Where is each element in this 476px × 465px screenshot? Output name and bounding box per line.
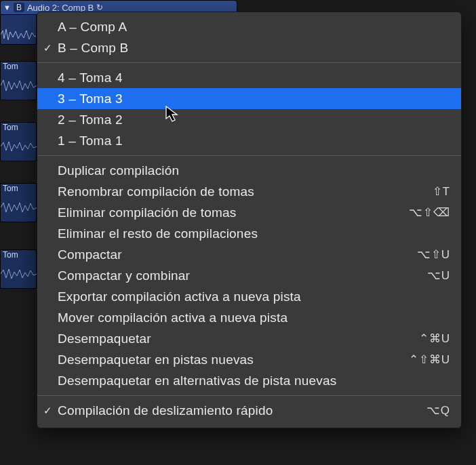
- comp-badge[interactable]: B: [14, 3, 24, 12]
- menu-item-label: Renombrar compilación de tomas: [58, 184, 433, 199]
- menu-item-delete-comp[interactable]: Eliminar compilación de tomas ⌥⇧⌫: [37, 202, 461, 223]
- menu-separator: [37, 395, 461, 396]
- menu-item-move-active-comp[interactable]: Mover compilación activa a nueva pista: [37, 307, 461, 328]
- menu-item-delete-other-comps[interactable]: Eliminar el resto de compilaciones: [37, 223, 461, 244]
- take-lane[interactable]: Tom: [0, 122, 37, 161]
- menu-item-comp-a[interactable]: A – Comp A: [37, 16, 461, 37]
- menu-item-shortcut: ⌃⇧⌘U: [409, 352, 450, 367]
- menu-item-label: Mover compilación activa a nueva pista: [58, 310, 450, 325]
- menu-item-label: Duplicar compilación: [58, 163, 450, 178]
- take-label: Tom: [3, 250, 18, 260]
- comp-region-waveform[interactable]: [0, 15, 37, 45]
- track-area: ▼ B Audio 2: Comp B ↻ Tom Tom Tom Tom A …: [0, 0, 476, 465]
- menu-item-shortcut: ⌥Q: [427, 403, 450, 418]
- menu-item-take-4[interactable]: 4 – Toma 4: [37, 67, 461, 88]
- disclosure-triangle-icon[interactable]: ▼: [3, 3, 11, 12]
- menu-item-label: 4 – Toma 4: [58, 70, 450, 85]
- take-lane[interactable]: Tom: [0, 249, 37, 289]
- menu-item-label: Eliminar compilación de tomas: [58, 205, 409, 220]
- menu-item-export-active-comp[interactable]: Exportar compilación activa a nueva pist…: [37, 286, 461, 307]
- menu-item-unpack-track-alternatives[interactable]: Desempaquetar en alternativas de pista n…: [37, 370, 461, 391]
- menu-item-flatten[interactable]: Compactar ⌥⇧U: [37, 244, 461, 265]
- menu-separator: [37, 155, 461, 156]
- menu-item-shortcut: ⇧T: [433, 184, 450, 199]
- menu-item-label: Desempaquetar: [58, 331, 419, 346]
- menu-item-shortcut: ⌃⌘U: [419, 331, 450, 346]
- menu-item-rename-comp[interactable]: Renombrar compilación de tomas ⇧T: [37, 181, 461, 202]
- menu-item-label: 2 – Toma 2: [58, 113, 450, 127]
- menu-item-flatten-merge[interactable]: Compactar y combinar ⌥U: [37, 265, 461, 286]
- menu-item-label: Desempaquetar en pistas nuevas: [58, 352, 409, 367]
- menu-item-label: Exportar compilación activa a nueva pist…: [58, 289, 450, 304]
- check-icon: ✓: [37, 405, 58, 417]
- menu-item-shortcut: ⌥U: [427, 268, 450, 283]
- take-label: Tom: [3, 184, 18, 193]
- menu-item-take-1[interactable]: 1 – Toma 1: [37, 130, 461, 151]
- menu-item-shortcut: ⌥⇧⌫: [409, 205, 450, 220]
- menu-item-quick-swipe-comping[interactable]: ✓ Compilación de deslizamiento rápido ⌥Q: [37, 400, 461, 421]
- menu-item-label: B – Comp B: [58, 41, 450, 56]
- loop-icon: ↻: [96, 3, 103, 12]
- take-label: Tom: [3, 62, 18, 71]
- take-lane[interactable]: Tom: [0, 61, 37, 100]
- take-folder-context-menu: A – Comp A ✓ B – Comp B 4 – Toma 4 3 – T…: [37, 12, 462, 428]
- menu-item-label: Compactar y combinar: [58, 268, 427, 283]
- menu-item-label: 3 – Toma 3: [58, 92, 450, 106]
- menu-item-label: Compactar: [58, 247, 417, 262]
- menu-separator: [37, 62, 461, 63]
- menu-item-label: A – Comp A: [58, 20, 450, 35]
- menu-item-label: 1 – Toma 1: [58, 134, 450, 148]
- check-icon: ✓: [37, 42, 58, 54]
- menu-item-comp-b[interactable]: ✓ B – Comp B: [37, 37, 461, 58]
- menu-item-label: Desempaquetar en alternativas de pista n…: [58, 373, 450, 388]
- take-lane[interactable]: Tom: [0, 183, 37, 222]
- menu-item-unpack-new-tracks[interactable]: Desempaquetar en pistas nuevas ⌃⇧⌘U: [37, 349, 461, 370]
- menu-item-take-2[interactable]: 2 – Toma 2: [37, 109, 461, 130]
- menu-item-unpack[interactable]: Desempaquetar ⌃⌘U: [37, 328, 461, 349]
- menu-item-label: Compilación de deslizamiento rápido: [58, 403, 427, 418]
- take-label: Tom: [3, 123, 18, 132]
- menu-item-duplicate-comp[interactable]: Duplicar compilación: [37, 160, 461, 181]
- menu-item-take-3[interactable]: 3 – Toma 3: [37, 88, 461, 109]
- menu-item-shortcut: ⌥⇧U: [417, 247, 450, 262]
- menu-item-label: Eliminar el resto de compilaciones: [58, 226, 450, 241]
